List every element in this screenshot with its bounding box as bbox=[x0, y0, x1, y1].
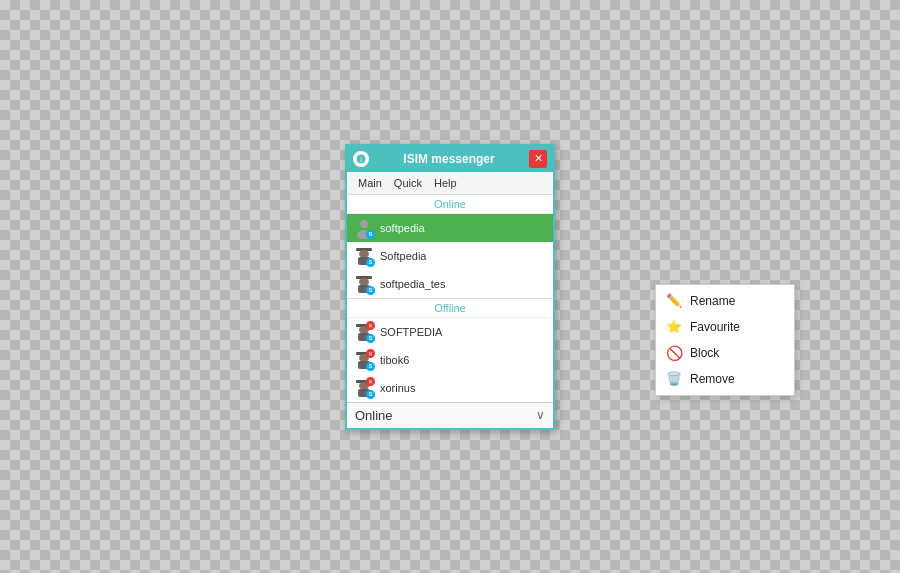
context-rename-label: Rename bbox=[690, 294, 735, 308]
svg-point-8 bbox=[359, 278, 369, 286]
window-title: ISIM messenger bbox=[375, 152, 523, 166]
contact-list: S softpedia S Softpedia bbox=[347, 214, 553, 402]
star-icon: ⭐ bbox=[666, 319, 682, 335]
title-bar: i ISIM messenger ✕ bbox=[347, 146, 553, 172]
skype-badge: S bbox=[366, 286, 375, 295]
context-favourite-label: Favourite bbox=[690, 320, 740, 334]
avatar: S bbox=[353, 273, 375, 295]
svg-point-2 bbox=[360, 220, 368, 228]
contact-name: Softpedia bbox=[380, 250, 547, 262]
offline-section-label: Offline bbox=[347, 298, 553, 318]
contact-Softpedia[interactable]: S Softpedia bbox=[347, 242, 553, 270]
contact-name: SOFTPEDIA bbox=[380, 326, 547, 338]
context-block[interactable]: 🚫 Block bbox=[656, 340, 794, 366]
chevron-down-icon: ∨ bbox=[536, 408, 545, 422]
avatar: ✕ S bbox=[353, 349, 375, 371]
context-rename[interactable]: ✏️ Rename bbox=[656, 288, 794, 314]
avatar: S bbox=[353, 217, 375, 239]
rename-icon: ✏️ bbox=[666, 293, 682, 309]
skype-badge: S bbox=[366, 362, 375, 371]
svg-point-5 bbox=[359, 250, 369, 258]
contact-name: tibok6 bbox=[380, 354, 547, 366]
close-button[interactable]: ✕ bbox=[529, 150, 547, 168]
context-remove[interactable]: 🗑️ Remove bbox=[656, 366, 794, 392]
contact-name: xorinus bbox=[380, 382, 547, 394]
block-icon: 🚫 bbox=[666, 345, 682, 361]
contact-softpedia-selected[interactable]: S softpedia bbox=[347, 214, 553, 242]
skype-badge: S bbox=[366, 258, 375, 267]
context-remove-label: Remove bbox=[690, 372, 735, 386]
context-block-label: Block bbox=[690, 346, 719, 360]
online-section-label: Online bbox=[347, 195, 553, 214]
status-bar[interactable]: Online ∨ bbox=[347, 402, 553, 428]
skype-badge: S bbox=[366, 334, 375, 343]
menu-main[interactable]: Main bbox=[353, 175, 387, 191]
avatar: ✕ S bbox=[353, 321, 375, 343]
messenger-window: i ISIM messenger ✕ Main Quick Help Onlin… bbox=[345, 144, 555, 430]
trash-icon: 🗑️ bbox=[666, 371, 682, 387]
contact-tibok6[interactable]: ✕ S tibok6 bbox=[347, 346, 553, 374]
app-icon: i bbox=[353, 151, 369, 167]
contact-xorinus[interactable]: ✕ S xorinus bbox=[347, 374, 553, 402]
context-menu: ✏️ Rename ⭐ Favourite 🚫 Block 🗑️ Remove bbox=[655, 284, 795, 396]
context-favourite[interactable]: ⭐ Favourite bbox=[656, 314, 794, 340]
menu-bar: Main Quick Help bbox=[347, 172, 553, 195]
contact-softpedia-tes[interactable]: S softpedia_tes bbox=[347, 270, 553, 298]
avatar: ✕ S bbox=[353, 377, 375, 399]
contact-name: softpedia bbox=[380, 222, 547, 234]
menu-help[interactable]: Help bbox=[429, 175, 462, 191]
contact-name: softpedia_tes bbox=[380, 278, 547, 290]
skype-badge: S bbox=[366, 230, 375, 239]
menu-quick[interactable]: Quick bbox=[389, 175, 427, 191]
avatar: S bbox=[353, 245, 375, 267]
contact-SOFTPEDIA[interactable]: ✕ S SOFTPEDIA bbox=[347, 318, 553, 346]
skype-badge: S bbox=[366, 390, 375, 399]
status-label: Online bbox=[355, 408, 393, 423]
